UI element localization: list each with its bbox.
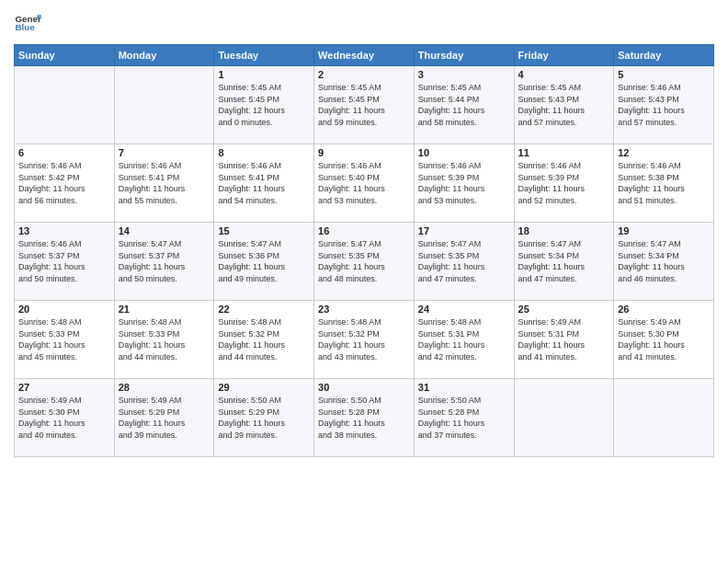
day-number: 6 xyxy=(18,147,110,158)
calendar-cell: 4Sunrise: 5:45 AM Sunset: 5:43 PM Daylig… xyxy=(514,66,614,144)
weekday-header-sunday: Sunday xyxy=(15,45,115,66)
weekday-header-friday: Friday xyxy=(514,45,614,66)
cell-info: Sunrise: 5:47 AM Sunset: 5:35 PM Dayligh… xyxy=(418,238,510,284)
cell-info: Sunrise: 5:46 AM Sunset: 5:41 PM Dayligh… xyxy=(218,160,310,206)
cell-info: Sunrise: 5:50 AM Sunset: 5:29 PM Dayligh… xyxy=(218,395,310,441)
calendar-table: SundayMondayTuesdayWednesdayThursdayFrid… xyxy=(14,44,714,457)
weekday-header-monday: Monday xyxy=(114,45,214,66)
day-number: 31 xyxy=(418,382,510,393)
cell-info: Sunrise: 5:50 AM Sunset: 5:28 PM Dayligh… xyxy=(418,395,510,441)
calendar-cell: 8Sunrise: 5:46 AM Sunset: 5:41 PM Daylig… xyxy=(214,144,314,223)
calendar-cell: 31Sunrise: 5:50 AM Sunset: 5:28 PM Dayli… xyxy=(414,379,514,457)
weekday-header-tuesday: Tuesday xyxy=(214,45,314,66)
day-number: 9 xyxy=(318,147,410,158)
day-number: 12 xyxy=(618,147,710,158)
day-number: 20 xyxy=(18,304,110,315)
day-number: 30 xyxy=(318,382,410,393)
calendar-cell: 11Sunrise: 5:46 AM Sunset: 5:39 PM Dayli… xyxy=(514,144,614,223)
calendar-cell: 6Sunrise: 5:46 AM Sunset: 5:42 PM Daylig… xyxy=(15,144,115,223)
calendar-week-4: 27Sunrise: 5:49 AM Sunset: 5:30 PM Dayli… xyxy=(15,379,714,457)
calendar-cell: 5Sunrise: 5:46 AM Sunset: 5:43 PM Daylig… xyxy=(614,66,714,144)
calendar-week-0: 1Sunrise: 5:45 AM Sunset: 5:45 PM Daylig… xyxy=(15,66,714,144)
cell-info: Sunrise: 5:46 AM Sunset: 5:41 PM Dayligh… xyxy=(119,160,210,206)
calendar-header: SundayMondayTuesdayWednesdayThursdayFrid… xyxy=(15,45,714,66)
cell-info: Sunrise: 5:49 AM Sunset: 5:30 PM Dayligh… xyxy=(18,395,110,441)
calendar-cell: 29Sunrise: 5:50 AM Sunset: 5:29 PM Dayli… xyxy=(214,379,314,457)
cell-info: Sunrise: 5:46 AM Sunset: 5:39 PM Dayligh… xyxy=(518,160,610,206)
header: General Blue xyxy=(14,9,714,37)
calendar-cell: 27Sunrise: 5:49 AM Sunset: 5:30 PM Dayli… xyxy=(15,379,115,457)
cell-info: Sunrise: 5:48 AM Sunset: 5:33 PM Dayligh… xyxy=(18,316,110,362)
header-row: SundayMondayTuesdayWednesdayThursdayFrid… xyxy=(15,45,714,66)
cell-info: Sunrise: 5:45 AM Sunset: 5:45 PM Dayligh… xyxy=(318,82,410,128)
day-number: 4 xyxy=(518,69,610,80)
calendar-cell xyxy=(114,66,214,144)
cell-info: Sunrise: 5:47 AM Sunset: 5:34 PM Dayligh… xyxy=(518,238,610,284)
cell-info: Sunrise: 5:48 AM Sunset: 5:31 PM Dayligh… xyxy=(418,316,510,362)
calendar-cell: 19Sunrise: 5:47 AM Sunset: 5:34 PM Dayli… xyxy=(614,223,714,301)
page: General Blue SundayMondayTuesdayWednesda… xyxy=(0,0,728,563)
cell-info: Sunrise: 5:49 AM Sunset: 5:29 PM Dayligh… xyxy=(119,395,210,441)
weekday-header-wednesday: Wednesday xyxy=(314,45,415,66)
cell-info: Sunrise: 5:48 AM Sunset: 5:32 PM Dayligh… xyxy=(218,316,310,362)
calendar-cell: 12Sunrise: 5:46 AM Sunset: 5:38 PM Dayli… xyxy=(614,144,714,223)
calendar-cell: 21Sunrise: 5:48 AM Sunset: 5:33 PM Dayli… xyxy=(114,301,214,379)
cell-info: Sunrise: 5:46 AM Sunset: 5:37 PM Dayligh… xyxy=(18,238,110,284)
day-number: 19 xyxy=(618,225,710,236)
cell-info: Sunrise: 5:47 AM Sunset: 5:37 PM Dayligh… xyxy=(119,238,210,284)
cell-info: Sunrise: 5:47 AM Sunset: 5:35 PM Dayligh… xyxy=(318,238,410,284)
calendar-cell: 25Sunrise: 5:49 AM Sunset: 5:31 PM Dayli… xyxy=(514,301,614,379)
cell-info: Sunrise: 5:45 AM Sunset: 5:45 PM Dayligh… xyxy=(218,82,310,128)
day-number: 5 xyxy=(618,69,710,80)
day-number: 21 xyxy=(119,304,210,315)
calendar-cell: 17Sunrise: 5:47 AM Sunset: 5:35 PM Dayli… xyxy=(414,223,514,301)
cell-info: Sunrise: 5:46 AM Sunset: 5:39 PM Dayligh… xyxy=(418,160,510,206)
cell-info: Sunrise: 5:46 AM Sunset: 5:38 PM Dayligh… xyxy=(618,160,710,206)
cell-info: Sunrise: 5:48 AM Sunset: 5:33 PM Dayligh… xyxy=(119,316,210,362)
day-number: 16 xyxy=(318,225,410,236)
cell-info: Sunrise: 5:46 AM Sunset: 5:43 PM Dayligh… xyxy=(618,82,710,128)
day-number: 2 xyxy=(318,69,410,80)
day-number: 29 xyxy=(218,382,310,393)
calendar-cell: 23Sunrise: 5:48 AM Sunset: 5:32 PM Dayli… xyxy=(314,301,415,379)
cell-info: Sunrise: 5:46 AM Sunset: 5:42 PM Dayligh… xyxy=(18,160,110,206)
calendar-cell: 28Sunrise: 5:49 AM Sunset: 5:29 PM Dayli… xyxy=(114,379,214,457)
weekday-header-saturday: Saturday xyxy=(614,45,714,66)
day-number: 7 xyxy=(119,147,210,158)
day-number: 1 xyxy=(218,69,310,80)
calendar-cell: 1Sunrise: 5:45 AM Sunset: 5:45 PM Daylig… xyxy=(214,66,314,144)
day-number: 18 xyxy=(518,225,610,236)
day-number: 10 xyxy=(418,147,510,158)
calendar-cell: 3Sunrise: 5:45 AM Sunset: 5:44 PM Daylig… xyxy=(414,66,514,144)
cell-info: Sunrise: 5:45 AM Sunset: 5:43 PM Dayligh… xyxy=(518,82,610,128)
day-number: 25 xyxy=(518,304,610,315)
calendar-week-3: 20Sunrise: 5:48 AM Sunset: 5:33 PM Dayli… xyxy=(15,301,714,379)
logo: General Blue xyxy=(14,9,45,37)
day-number: 24 xyxy=(418,304,510,315)
calendar-cell xyxy=(614,379,714,457)
day-number: 27 xyxy=(18,382,110,393)
day-number: 3 xyxy=(418,69,510,80)
calendar-cell: 26Sunrise: 5:49 AM Sunset: 5:30 PM Dayli… xyxy=(614,301,714,379)
day-number: 28 xyxy=(119,382,210,393)
calendar-cell: 16Sunrise: 5:47 AM Sunset: 5:35 PM Dayli… xyxy=(314,223,415,301)
day-number: 23 xyxy=(318,304,410,315)
day-number: 8 xyxy=(218,147,310,158)
calendar-cell: 14Sunrise: 5:47 AM Sunset: 5:37 PM Dayli… xyxy=(114,223,214,301)
cell-info: Sunrise: 5:49 AM Sunset: 5:31 PM Dayligh… xyxy=(518,316,610,362)
calendar-cell: 20Sunrise: 5:48 AM Sunset: 5:33 PM Dayli… xyxy=(15,301,115,379)
calendar-body: 1Sunrise: 5:45 AM Sunset: 5:45 PM Daylig… xyxy=(15,66,714,457)
calendar-cell: 18Sunrise: 5:47 AM Sunset: 5:34 PM Dayli… xyxy=(514,223,614,301)
cell-info: Sunrise: 5:47 AM Sunset: 5:34 PM Dayligh… xyxy=(618,238,710,284)
calendar-cell: 7Sunrise: 5:46 AM Sunset: 5:41 PM Daylig… xyxy=(114,144,214,223)
day-number: 11 xyxy=(518,147,610,158)
calendar-cell xyxy=(514,379,614,457)
cell-info: Sunrise: 5:49 AM Sunset: 5:30 PM Dayligh… xyxy=(618,316,710,362)
cell-info: Sunrise: 5:50 AM Sunset: 5:28 PM Dayligh… xyxy=(318,395,410,441)
calendar-week-2: 13Sunrise: 5:46 AM Sunset: 5:37 PM Dayli… xyxy=(15,223,714,301)
calendar-cell: 10Sunrise: 5:46 AM Sunset: 5:39 PM Dayli… xyxy=(414,144,514,223)
calendar-cell xyxy=(15,66,115,144)
logo-icon: General Blue xyxy=(14,9,41,37)
calendar-week-1: 6Sunrise: 5:46 AM Sunset: 5:42 PM Daylig… xyxy=(15,144,714,223)
weekday-header-thursday: Thursday xyxy=(414,45,514,66)
